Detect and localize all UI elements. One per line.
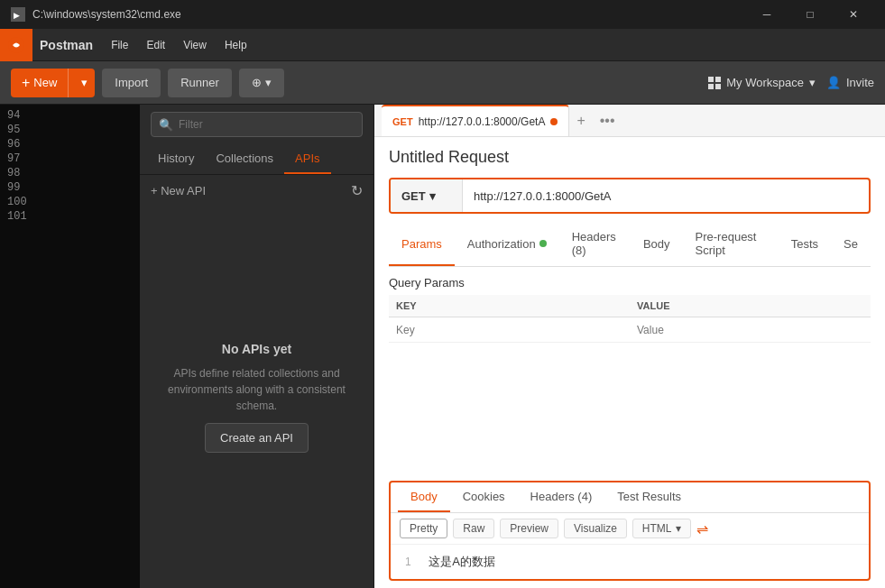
cmd-line: 100 bbox=[0, 195, 140, 209]
method-arrow: ▾ bbox=[429, 189, 436, 203]
search-input[interactable] bbox=[179, 118, 355, 131]
url-input[interactable] bbox=[463, 189, 869, 203]
format-visualize[interactable]: Visualize bbox=[564, 519, 627, 538]
resp-tab-cookies[interactable]: Cookies bbox=[450, 482, 518, 512]
import-button[interactable]: Import bbox=[102, 69, 161, 97]
response-panel: Body Cookies Headers (4) Test Results Pr… bbox=[389, 481, 871, 581]
menu-edit[interactable]: Edit bbox=[139, 35, 172, 55]
cmd-line: 98 bbox=[0, 166, 140, 180]
toolbar: + New ▾ Import Runner ⊕ ▾ My Workspace ▾… bbox=[0, 61, 885, 105]
new-button[interactable]: + New ▾ bbox=[11, 69, 95, 97]
cmd-line: 101 bbox=[0, 209, 140, 224]
cmd-panel: 94 95 96 97 98 99 100 101 bbox=[0, 105, 140, 588]
format-type-select[interactable]: HTML ▾ bbox=[632, 519, 691, 538]
sidebar-tab-collections[interactable]: Collections bbox=[205, 144, 284, 174]
workspace-arrow: ▾ bbox=[809, 76, 816, 89]
req-tab-authorization[interactable]: Authorization bbox=[455, 223, 559, 266]
format-pretty[interactable]: Pretty bbox=[400, 519, 447, 538]
req-tab-tests[interactable]: Tests bbox=[779, 223, 831, 266]
tab-url: http://127.0.0.1:8000/GetA bbox=[419, 115, 546, 128]
minimize-button[interactable]: ─ bbox=[746, 0, 788, 29]
request-content: Untitled Request GET ▾ Params A bbox=[374, 137, 885, 588]
window-controls: ─ □ ✕ bbox=[746, 0, 874, 29]
method-value: GET bbox=[401, 189, 426, 203]
sidebar-search-container: 🔍 bbox=[140, 105, 373, 144]
response-text: 这是A的数据 bbox=[429, 555, 495, 568]
menu-view[interactable]: View bbox=[176, 35, 214, 55]
sidebar-tab-apis[interactable]: APIs bbox=[284, 144, 330, 174]
value-input[interactable] bbox=[637, 324, 863, 336]
param-row bbox=[389, 317, 871, 343]
postman-logo bbox=[0, 29, 32, 61]
sidebar: 🔍 History Collections APIs + New API ↻ N… bbox=[140, 105, 374, 588]
req-tab-headers[interactable]: Headers (8) bbox=[559, 223, 631, 266]
key-input[interactable] bbox=[396, 324, 622, 336]
resp-tab-body[interactable]: Body bbox=[398, 482, 450, 512]
plus-icon: ⊕ bbox=[252, 76, 262, 89]
maximize-button[interactable]: □ bbox=[789, 0, 831, 29]
resp-tab-test-results[interactable]: Test Results bbox=[604, 482, 694, 512]
cmd-line: 99 bbox=[0, 180, 140, 195]
sidebar-tabs: History Collections APIs bbox=[140, 144, 373, 175]
empty-desc: APIs define related collections and envi… bbox=[158, 365, 355, 414]
line-number: 1 bbox=[405, 556, 411, 568]
empty-state: No APIs yet APIs define related collecti… bbox=[140, 207, 373, 588]
refresh-button[interactable]: ↻ bbox=[351, 182, 363, 199]
main-content: 94 95 96 97 98 99 100 101 🔍 History Coll… bbox=[0, 105, 885, 588]
person-icon: 👤 bbox=[826, 76, 841, 89]
window-bar: ▶ C:\windows\system32\cmd.exe ─ □ ✕ bbox=[0, 0, 885, 29]
format-type-arrow: ▾ bbox=[676, 522, 681, 535]
new-api-button[interactable]: + New API bbox=[151, 184, 206, 198]
search-icon: 🔍 bbox=[159, 118, 173, 132]
more-tabs-button[interactable]: ••• bbox=[593, 113, 622, 129]
sidebar-actions: + New API ↻ bbox=[140, 175, 373, 207]
runner-button[interactable]: Runner bbox=[168, 69, 232, 97]
cmd-line: 95 bbox=[0, 123, 140, 137]
toolbar-right: My Workspace ▾ 👤 Invite bbox=[708, 76, 874, 89]
new-main[interactable]: + New bbox=[11, 69, 69, 97]
method-select[interactable]: GET ▾ bbox=[391, 179, 463, 212]
resp-tab-headers[interactable]: Headers (4) bbox=[518, 482, 605, 512]
request-tab[interactable]: GET http://127.0.0.1:8000/GetA bbox=[382, 105, 569, 136]
tab-method: GET bbox=[392, 116, 413, 127]
cmd-line: 94 bbox=[0, 108, 140, 123]
invite-button[interactable]: 👤 Invite bbox=[826, 76, 874, 89]
menu-file[interactable]: File bbox=[104, 35, 135, 55]
window-icon: ▶ bbox=[11, 7, 25, 22]
request-title[interactable]: Untitled Request bbox=[389, 148, 871, 167]
close-button[interactable]: ✕ bbox=[833, 0, 874, 29]
svg-text:▶: ▶ bbox=[14, 11, 20, 20]
new-dropdown-arrow[interactable]: ▾ bbox=[74, 69, 95, 97]
format-preview[interactable]: Preview bbox=[500, 519, 558, 538]
response-tabs: Body Cookies Headers (4) Test Results bbox=[391, 482, 869, 513]
extra-button[interactable]: ⊕ ▾ bbox=[239, 69, 284, 97]
key-col-header: KEY bbox=[389, 295, 630, 317]
tabs-row: GET http://127.0.0.1:8000/GetA + ••• bbox=[374, 105, 885, 137]
workspace-selector[interactable]: My Workspace ▾ bbox=[708, 76, 816, 89]
cmd-line: 97 bbox=[0, 152, 140, 166]
params-table: KEY VALUE bbox=[389, 295, 871, 343]
sidebar-tab-history[interactable]: History bbox=[147, 144, 205, 174]
wrap-icon[interactable]: ⇌ bbox=[696, 520, 708, 537]
req-tab-se[interactable]: Se bbox=[831, 223, 871, 266]
value-col-header: VALUE bbox=[630, 295, 871, 317]
create-api-button[interactable]: Create an API bbox=[205, 423, 309, 453]
req-tab-params[interactable]: Params bbox=[389, 223, 455, 266]
query-params: Query Params KEY VALUE bbox=[389, 267, 871, 473]
req-tab-pre-request[interactable]: Pre-request Script bbox=[683, 223, 779, 266]
tab-status-dot bbox=[550, 118, 558, 125]
response-body: 1 这是A的数据 bbox=[391, 545, 869, 579]
app-name: Postman bbox=[40, 38, 93, 52]
postman-app: Postman File Edit View Help + New ▾ Impo… bbox=[0, 29, 885, 588]
request-tabs: Params Authorization Headers (8) Body Pr… bbox=[389, 223, 871, 267]
auth-dot bbox=[539, 240, 547, 247]
menu-help[interactable]: Help bbox=[217, 35, 254, 55]
url-bar: GET ▾ bbox=[389, 178, 871, 214]
req-tab-body[interactable]: Body bbox=[631, 223, 683, 266]
window-title: C:\windows\system32\cmd.exe bbox=[32, 8, 739, 21]
format-raw[interactable]: Raw bbox=[453, 519, 494, 538]
format-bar: Pretty Raw Preview Visualize HTML ▾ ⇌ bbox=[391, 513, 869, 545]
add-tab-button[interactable]: + bbox=[569, 113, 592, 129]
search-box[interactable]: 🔍 bbox=[151, 112, 363, 137]
request-panel: GET http://127.0.0.1:8000/GetA + ••• Unt… bbox=[374, 105, 885, 588]
